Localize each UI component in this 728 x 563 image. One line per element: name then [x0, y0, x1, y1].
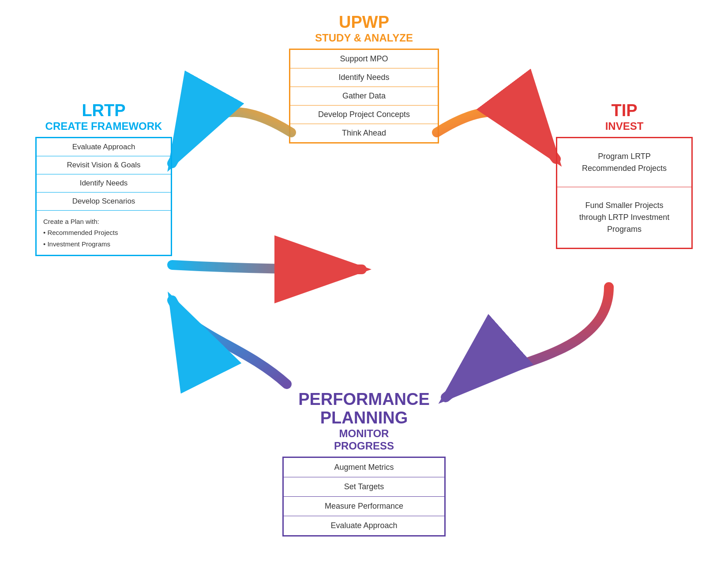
lrtp-item-2: Revisit Vision & Goals [37, 156, 171, 174]
upwp-section: UPWP STUDY & ANALYZE Support MPO Identif… [289, 13, 439, 144]
upwp-item-1: Support MPO [290, 50, 438, 68]
diagram-container: UPWP STUDY & ANALYZE Support MPO Identif… [0, 0, 728, 563]
upwp-subtitle: STUDY & ANALYZE [289, 32, 439, 44]
tip-item-1: Program LRTPRecommended Projects [557, 138, 691, 187]
perf-item-1: Augment Metrics [284, 458, 444, 477]
lrtp-item-1: Evaluate Approach [37, 138, 171, 156]
upwp-item-3: Gather Data [290, 87, 438, 106]
lrtp-item-5: Create a Plan with:• Recommended Project… [37, 211, 171, 255]
performance-section: PERFORMANCEPLANNING MONITOR PROGRESS Aug… [282, 390, 446, 537]
perf-item-4: Evaluate Approach [284, 516, 444, 535]
upwp-item-5: Think Ahead [290, 124, 438, 142]
upwp-item-2: Identify Needs [290, 68, 438, 87]
performance-subtitle2: PROGRESS [282, 440, 446, 452]
performance-subtitle: MONITOR [282, 427, 446, 440]
lrtp-subtitle: CREATE FRAMEWORK [35, 120, 172, 132]
tip-subtitle: INVEST [556, 120, 693, 132]
tip-section: TIP INVEST Program LRTPRecommended Proje… [556, 102, 693, 249]
performance-title: PERFORMANCEPLANNING [282, 390, 446, 427]
perf-item-3: Measure Performance [284, 497, 444, 516]
lrtp-section: LRTP CREATE FRAMEWORK Evaluate Approach … [35, 102, 172, 256]
lrtp-item-4: Develop Scenarios [37, 193, 171, 211]
upwp-box: Support MPO Identify Needs Gather Data D… [289, 49, 439, 144]
lrtp-item-3: Identify Needs [37, 174, 171, 193]
performance-box: Augment Metrics Set Targets Measure Perf… [282, 457, 446, 537]
lrtp-box: Evaluate Approach Revisit Vision & Goals… [35, 137, 172, 257]
tip-box: Program LRTPRecommended Projects Fund Sm… [556, 137, 693, 249]
upwp-title: UPWP [289, 13, 439, 32]
tip-item-2: Fund Smaller Projectsthrough LRTP Invest… [557, 187, 691, 248]
lrtp-title: LRTP [35, 102, 172, 120]
upwp-item-4: Develop Project Concepts [290, 106, 438, 124]
tip-title: TIP [556, 102, 693, 120]
perf-item-2: Set Targets [284, 477, 444, 497]
